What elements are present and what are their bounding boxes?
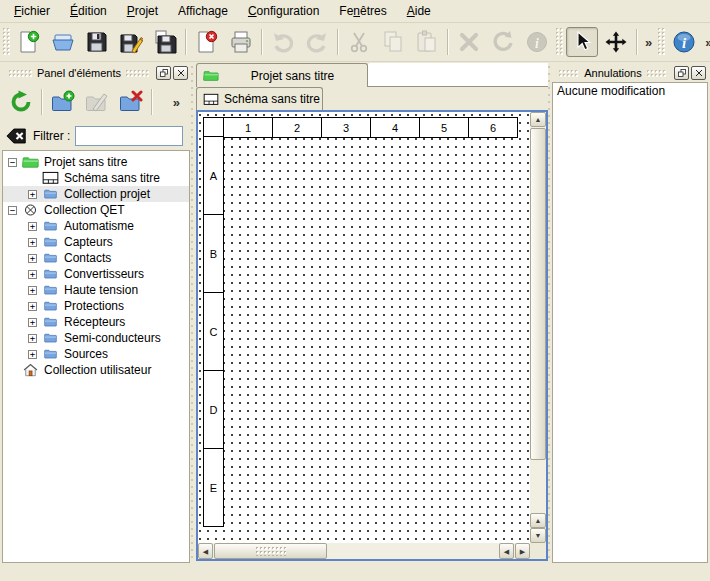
scroll-up-button[interactable]: ▲: [530, 112, 546, 127]
toolbar-overflow-chevron[interactable]: »: [173, 95, 180, 110]
redo-icon: [305, 30, 329, 54]
delete-button[interactable]: [453, 27, 485, 57]
delete-icon: [457, 30, 481, 54]
expand-icon[interactable]: +: [28, 238, 37, 247]
save-all-icon: [153, 30, 177, 54]
clear-filter-button[interactable]: [6, 127, 27, 145]
menu-projet[interactable]: Projet: [117, 1, 168, 21]
tree-item-haute-tension[interactable]: +Haute tension: [3, 282, 189, 298]
dock-grip: [9, 70, 32, 77]
toolbar-handle[interactable]: [3, 28, 10, 56]
open-folder-button[interactable]: [47, 27, 79, 57]
expand-icon[interactable]: +: [28, 222, 37, 231]
collapse-icon[interactable]: −: [8, 206, 17, 215]
dock-close-button[interactable]: [173, 66, 188, 80]
tree-item-recepteurs[interactable]: +Récepteurs: [3, 314, 189, 330]
redo-button[interactable]: [301, 27, 333, 57]
row-label-b: B: [203, 214, 224, 293]
tree-item-capteurs[interactable]: +Capteurs: [3, 234, 189, 250]
toolbar-separator: [185, 29, 187, 55]
close-icon: [694, 68, 704, 78]
menu-affichage[interactable]: Affichage: [168, 1, 238, 21]
undo-history-item[interactable]: Aucune modification: [553, 83, 707, 99]
toolbar-handle[interactable]: [556, 28, 563, 56]
toolbar-handle[interactable]: [658, 28, 665, 56]
scroll-left-button-2[interactable]: ◀: [499, 543, 514, 559]
elements-panel-titlebar[interactable]: Panel d'éléments: [2, 64, 190, 82]
vertical-scroll-thumb[interactable]: [530, 128, 546, 460]
folder-delete-button[interactable]: [116, 87, 146, 117]
rotate-button[interactable]: [487, 27, 519, 57]
vertical-scrollbar[interactable]: ▲ ▲ ▼: [530, 112, 546, 543]
menu-configuration[interactable]: Configuration: [238, 1, 329, 21]
menu-fichier[interactable]: Fichier: [4, 1, 60, 21]
tree-item-convertisseurs[interactable]: +Convertisseurs: [3, 266, 189, 282]
menu-aide[interactable]: Aide: [397, 1, 441, 21]
folder-edit-icon: [85, 90, 109, 114]
tree-item-collection-projet[interactable]: +Collection projet: [3, 186, 189, 202]
cut-button[interactable]: [343, 27, 375, 57]
expand-icon[interactable]: +: [28, 270, 37, 279]
toolbar-overflow-chevron[interactable]: »: [701, 35, 710, 50]
info-gray-button[interactable]: i: [521, 27, 553, 57]
expand-icon[interactable]: +: [28, 190, 37, 199]
folder-icon: [42, 331, 59, 345]
tab-project[interactable]: Projet sans titre: [196, 63, 368, 87]
dock-float-button[interactable]: [156, 66, 171, 80]
tree-item-projet-sans-titre[interactable]: −Projet sans titre: [3, 154, 189, 170]
tree-item-protections[interactable]: +Protections: [3, 298, 189, 314]
scroll-left-button[interactable]: ◀: [198, 543, 213, 559]
copy-button[interactable]: [377, 27, 409, 57]
scroll-right-button[interactable]: ▶: [515, 543, 530, 559]
refresh-icon: [9, 90, 33, 114]
cursor-button[interactable]: [566, 27, 598, 57]
expand-icon[interactable]: +: [28, 286, 37, 295]
folder-icon: [42, 251, 59, 265]
expand-icon[interactable]: +: [28, 334, 37, 343]
folder-new-button[interactable]: [48, 87, 78, 117]
cursor-icon: [570, 30, 594, 54]
close-file-button[interactable]: [191, 27, 223, 57]
filter-input[interactable]: [75, 126, 183, 146]
horizontal-scrollbar[interactable]: ◀ ◀ ▶: [198, 543, 530, 559]
horizontal-scroll-thumb[interactable]: [214, 543, 327, 559]
tree-item-semi-conducteurs[interactable]: +Semi-conducteurs: [3, 330, 189, 346]
new-file-button[interactable]: [13, 27, 45, 57]
tree-item-automatisme[interactable]: +Automatisme: [3, 218, 189, 234]
tree-item-collection-utilisateur[interactable]: Collection utilisateur: [3, 362, 189, 378]
folder-edit-button[interactable]: [82, 87, 112, 117]
undo-button[interactable]: [267, 27, 299, 57]
expand-icon[interactable]: +: [28, 350, 37, 359]
diagram-canvas[interactable]: 123456 ABCDE: [198, 112, 530, 543]
print-button[interactable]: [225, 27, 257, 57]
tree-item-contacts[interactable]: +Contacts: [3, 250, 189, 266]
refresh-button[interactable]: [6, 87, 36, 117]
save-as-button[interactable]: [115, 27, 147, 57]
tree-item-collection-qet[interactable]: −Collection QET: [3, 202, 189, 218]
tab-schema[interactable]: Schéma sans titre: [196, 87, 323, 110]
tree-item-label: Schéma sans titre: [64, 171, 160, 185]
move-button[interactable]: [600, 27, 632, 57]
expand-icon[interactable]: +: [28, 318, 37, 327]
menu-fenetres[interactable]: Fenêtres: [329, 1, 396, 21]
save-button[interactable]: [81, 27, 113, 57]
info-blue-button[interactable]: i: [668, 27, 700, 57]
menu-edition[interactable]: Édition: [60, 1, 117, 21]
collapse-icon[interactable]: −: [8, 158, 17, 167]
tree-item-schema-sans-titre[interactable]: Schéma sans titre: [3, 170, 189, 186]
tree-item-label: Protections: [64, 299, 124, 313]
new-file-icon: [17, 30, 41, 54]
dock-close-button[interactable]: [691, 66, 706, 80]
toolbar-overflow-chevron[interactable]: »: [641, 35, 656, 50]
tree-item-sources[interactable]: +Sources: [3, 346, 189, 362]
scroll-up-button-2[interactable]: ▲: [530, 513, 546, 528]
scroll-down-button[interactable]: ▼: [530, 528, 546, 543]
expand-icon[interactable]: +: [28, 254, 37, 263]
expand-icon[interactable]: +: [28, 302, 37, 311]
undo-panel-titlebar[interactable]: Annulations: [552, 64, 708, 82]
save-all-button[interactable]: [149, 27, 181, 57]
paste-button[interactable]: [411, 27, 443, 57]
dock-float-button[interactable]: [674, 66, 689, 80]
editor-area: Projet sans titre Schéma sans titre 1234…: [196, 63, 548, 563]
elements-tree: −Projet sans titreSchéma sans titre+Coll…: [2, 150, 190, 563]
